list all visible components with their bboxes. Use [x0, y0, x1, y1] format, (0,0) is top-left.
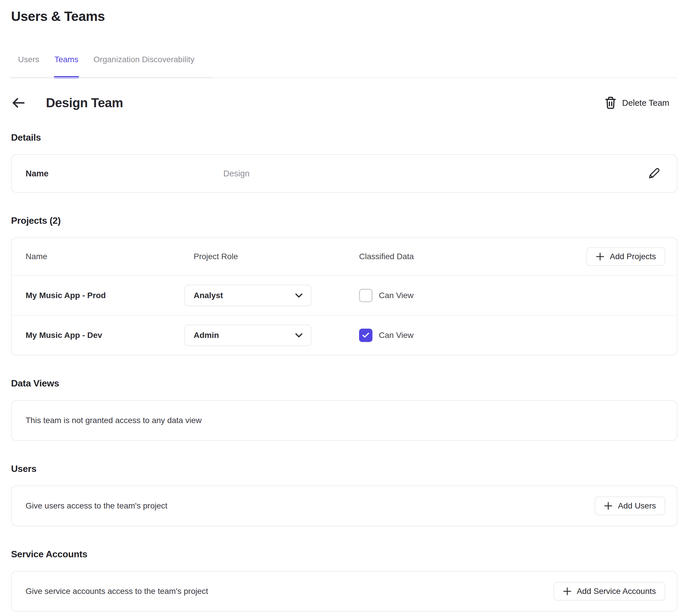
arrow-left-icon — [11, 96, 26, 109]
project-role-select[interactable]: Admin — [184, 325, 312, 346]
add-users-button[interactable]: Add Users — [595, 497, 665, 515]
details-card: Name Design — [11, 154, 678, 193]
add-projects-button[interactable]: Add Projects — [586, 247, 665, 266]
tab-bar-divider — [11, 77, 678, 78]
edit-name-button[interactable] — [647, 167, 661, 180]
plus-icon — [563, 587, 572, 596]
can-view-checkbox[interactable] — [359, 289, 372, 302]
service-accounts-empty-text: Give service accounts access to the team… — [26, 587, 554, 596]
project-name: My Music App - Prod — [26, 291, 184, 300]
can-view-label: Can View — [379, 331, 413, 340]
delete-team-button[interactable]: Delete Team — [605, 96, 669, 109]
tab-bar: Users Teams Organization Discoverability — [11, 54, 678, 78]
can-view-label: Can View — [379, 291, 413, 300]
chevron-down-icon — [295, 293, 303, 298]
projects-table: Name Project Role Classified Data Add Pr… — [11, 237, 678, 355]
users-empty-text: Give users access to the team's project — [26, 501, 595, 510]
classified-data-cell: Can View — [359, 329, 665, 342]
data-views-heading: Data Views — [11, 377, 678, 389]
data-views-empty-text: This team is not granted access to any d… — [26, 416, 665, 425]
page-title: Users & Teams — [11, 8, 678, 24]
name-label: Name — [26, 169, 223, 178]
plus-icon — [596, 252, 604, 261]
project-row: My Music App - Prod Analyst Can View — [12, 275, 677, 315]
details-heading: Details — [11, 132, 678, 143]
project-role-select[interactable]: Analyst — [184, 285, 312, 306]
classified-data-cell: Can View — [359, 289, 665, 302]
project-name: My Music App - Dev — [26, 331, 184, 340]
team-header: Design Team Delete Team — [11, 94, 678, 111]
trash-icon — [605, 96, 616, 109]
column-classified-data: Classified Data — [359, 252, 586, 261]
projects-heading: Projects (2) — [11, 215, 678, 226]
column-name: Name — [26, 252, 184, 261]
team-title: Design Team — [46, 95, 123, 111]
page: Users & Teams Users Teams Organization D… — [11, 8, 678, 612]
plus-icon — [604, 502, 613, 510]
can-view-checkbox[interactable] — [359, 329, 372, 342]
pencil-icon — [647, 167, 661, 180]
service-accounts-card: Give service accounts access to the team… — [11, 571, 678, 612]
delete-team-label: Delete Team — [622, 98, 669, 108]
tab-users[interactable]: Users — [18, 54, 39, 65]
tab-teams[interactable]: Teams — [55, 54, 78, 65]
users-heading: Users — [11, 463, 678, 475]
back-button[interactable] — [11, 96, 39, 109]
column-project-role: Project Role — [184, 252, 312, 261]
projects-table-header: Name Project Role Classified Data Add Pr… — [12, 238, 677, 275]
add-service-accounts-button[interactable]: Add Service Accounts — [554, 582, 665, 600]
users-card: Give users access to the team's project … — [11, 486, 678, 526]
name-value: Design — [223, 169, 647, 178]
data-views-card: This team is not granted access to any d… — [11, 400, 678, 441]
service-accounts-heading: Service Accounts — [11, 548, 678, 560]
project-row: My Music App - Dev Admin Can View — [12, 315, 677, 355]
tab-organization-discoverability[interactable]: Organization Discoverability — [93, 54, 194, 65]
chevron-down-icon — [295, 333, 303, 338]
